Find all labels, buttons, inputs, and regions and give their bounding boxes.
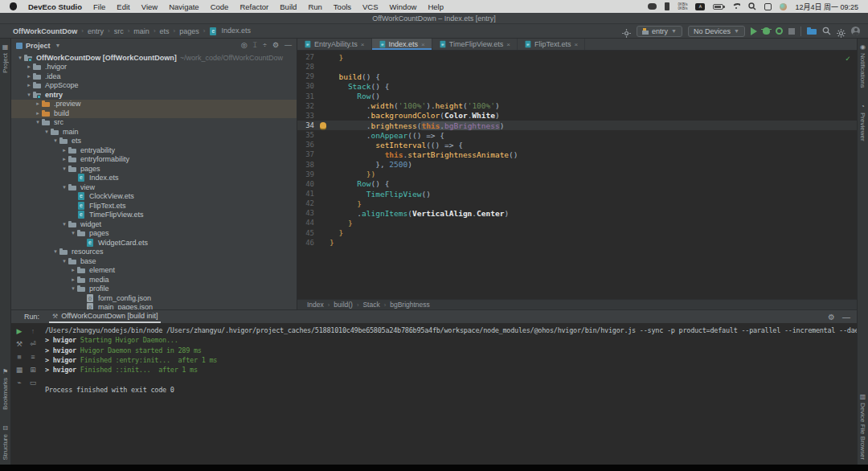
menu-window[interactable]: Window xyxy=(390,2,417,11)
editor-tab-entryability-ts[interactable]: EntryAbility.ts× xyxy=(297,39,372,50)
edit-config-icon[interactable]: ⚒ xyxy=(16,340,23,348)
breadcrumb-src[interactable]: src xyxy=(114,27,124,35)
tree-item-preview[interactable]: ▸.preview xyxy=(11,100,297,109)
toolwindow-button-notifications[interactable]: ◉Notifications xyxy=(859,43,866,88)
editor-breadcrumb-index[interactable]: Index xyxy=(307,301,324,309)
code-line-40[interactable]: 40 Row() { xyxy=(297,179,857,189)
battery-icon[interactable] xyxy=(713,4,723,10)
menu-vcs[interactable]: VCS xyxy=(362,2,379,11)
toolwindow-button-structure[interactable]: ⊟Structure xyxy=(2,424,9,460)
code-line-43[interactable]: 43 .alignItems(VerticalAlign.Center) xyxy=(297,208,857,218)
expand-all-icon[interactable]: ⌶ xyxy=(253,41,257,50)
toolwindow-button-previewer[interactable]: ◔Previewer xyxy=(859,103,866,141)
locate-icon[interactable]: ◎ xyxy=(241,41,248,50)
wifi-icon[interactable] xyxy=(731,3,740,10)
breadcrumb-main[interactable]: main xyxy=(133,27,149,35)
tree-item-media[interactable]: ▸media xyxy=(11,275,297,285)
tree-item-fliptext-ets[interactable]: FlipText.ets xyxy=(11,201,297,211)
code-line-42[interactable]: 42 } xyxy=(297,199,857,208)
editor-breadcrumb-stack[interactable]: Stack xyxy=(362,301,379,309)
print-icon[interactable]: ⊞ xyxy=(30,366,36,374)
menubar-app-icon-2[interactable] xyxy=(665,2,669,10)
tree-item-src[interactable]: ▾src xyxy=(11,118,297,128)
tree-chevron-open-icon[interactable]: ▾ xyxy=(60,221,68,227)
tree-chevron-open-icon[interactable]: ▾ xyxy=(69,230,77,236)
breadcrumb-pages[interactable]: pages xyxy=(179,27,199,35)
tree-item-ets[interactable]: ▾ets xyxy=(11,137,297,146)
code-line-45[interactable]: 45 } xyxy=(297,228,857,238)
tree-chevron-closed-icon[interactable]: ▸ xyxy=(60,156,68,162)
menu-deveco-studio[interactable]: DevEco Studio xyxy=(28,2,82,11)
toolwindow-button-bookmarks[interactable]: ⚑Bookmarks xyxy=(2,368,9,410)
breadcrumb-index-ets[interactable]: Index.ets xyxy=(209,27,251,35)
settings-icon[interactable]: ⚙ xyxy=(828,313,835,322)
stop-icon[interactable]: ■ xyxy=(17,353,21,361)
menu-file[interactable]: File xyxy=(93,2,105,11)
run-config-select[interactable]: entry▼ xyxy=(637,26,682,37)
code-line-33[interactable]: 33 .backgroundColor(Color.White) xyxy=(297,111,857,121)
menu-build[interactable]: Build xyxy=(280,2,297,11)
close-icon[interactable]: × xyxy=(574,41,578,48)
device-file-browser-icon[interactable] xyxy=(807,27,817,35)
menu-help[interactable]: Help xyxy=(428,2,444,11)
stop-button[interactable] xyxy=(788,28,795,35)
menu-view[interactable]: View xyxy=(141,2,158,11)
code-line-30[interactable]: 30 Stack() { xyxy=(297,81,857,91)
tree-item-pages[interactable]: ▾pages xyxy=(11,229,297,239)
toolwindow-button-device-file-browser[interactable]: ▥Device File Browser xyxy=(859,393,866,460)
collapse-all-icon[interactable]: ÷ xyxy=(263,41,267,50)
hide-panel-icon[interactable]: — xyxy=(842,313,850,322)
tree-item-form-config-json[interactable]: form_config.json xyxy=(11,293,297,303)
code-line-38[interactable]: 38 }, 2500) xyxy=(297,160,857,170)
tree-item-element[interactable]: ▸element xyxy=(11,266,297,276)
rerun-icon[interactable]: ▶ xyxy=(17,327,23,335)
close-icon[interactable]: × xyxy=(361,41,365,48)
tree-item-appscope[interactable]: ▸AppScope xyxy=(11,81,297,91)
tree-item-clockview-ets[interactable]: ClockView.ets xyxy=(11,192,297,202)
toolwindow-button-project[interactable]: ▦Project xyxy=(2,43,9,73)
breadcrumb-ets[interactable]: ets xyxy=(160,27,170,35)
clear-all-icon[interactable]: ▭ xyxy=(30,379,37,387)
device-select[interactable]: No Devices▼ xyxy=(688,26,745,37)
tree-item-timeflipview-ets[interactable]: TimeFlipView.ets xyxy=(11,211,297,220)
tree-chevron-open-icon[interactable]: ▾ xyxy=(34,119,42,125)
pin-icon[interactable]: ⌁ xyxy=(17,379,21,387)
project-panel-title[interactable]: Project ▼ xyxy=(16,42,60,50)
menu-refactor[interactable]: Refactor xyxy=(240,2,268,11)
code-line-31[interactable]: 31 Row() xyxy=(297,92,857,101)
code-line-35[interactable]: 35 .onAppear(() => { xyxy=(297,130,857,140)
scroll-end-icon[interactable]: ≡ xyxy=(31,353,35,361)
tree-chevron-open-icon[interactable]: ▾ xyxy=(16,55,24,61)
tree-chevron-open-icon[interactable]: ▾ xyxy=(25,92,33,98)
menubar-app-icon-1[interactable] xyxy=(648,3,657,10)
inspection-ok-icon[interactable]: ✓ xyxy=(845,54,850,63)
code-line-41[interactable]: 41 TimeFlipView() xyxy=(297,189,857,199)
close-icon[interactable]: × xyxy=(506,41,510,48)
settings-icon[interactable]: ⚙ xyxy=(272,41,279,50)
editor-breadcrumb-bgbrightness[interactable]: bgBrightness xyxy=(390,301,430,309)
tree-chevron-open-icon[interactable]: ▾ xyxy=(60,184,68,190)
menubar-app-icon-3[interactable] xyxy=(780,3,787,10)
control-center-icon[interactable] xyxy=(764,3,772,10)
sync-settings-icon[interactable] xyxy=(622,27,631,35)
tree-chevron-open-icon[interactable]: ▾ xyxy=(60,258,68,264)
tree-item-pages[interactable]: ▾pages xyxy=(11,164,297,174)
menu-code[interactable]: Code xyxy=(211,2,229,11)
tree-chevron-open-icon[interactable]: ▾ xyxy=(60,166,68,172)
editor-tab-fliptext-ets[interactable]: FlipText.ets× xyxy=(518,39,585,50)
restore-layout-icon[interactable]: ▦ xyxy=(16,366,23,374)
tree-item-entry[interactable]: ▾entry xyxy=(11,90,297,100)
run-console[interactable]: /Users/zhangyu/nodejs/bin/node /Users/zh… xyxy=(45,326,857,465)
tree-item-resources[interactable]: ▾resources xyxy=(11,248,297,257)
code-line-46[interactable]: 46} xyxy=(297,238,857,248)
tree-chevron-closed-icon[interactable]: ▸ xyxy=(25,82,33,88)
tree-chevron-closed-icon[interactable]: ▸ xyxy=(25,73,33,80)
tree-item-idea[interactable]: ▸.idea xyxy=(11,72,297,81)
tree-chevron-closed-icon[interactable]: ▸ xyxy=(34,110,42,117)
tree-item-main[interactable]: ▾main xyxy=(11,127,297,137)
code-line-36[interactable]: 36 setInterval(() => { xyxy=(297,140,857,149)
tree-item-widget[interactable]: ▾widget xyxy=(11,219,297,229)
tree-item-main-pages-json[interactable]: main_pages.json xyxy=(11,303,297,310)
code-line-27[interactable]: 27 } xyxy=(297,52,857,62)
spotlight-search-icon[interactable] xyxy=(748,2,756,10)
